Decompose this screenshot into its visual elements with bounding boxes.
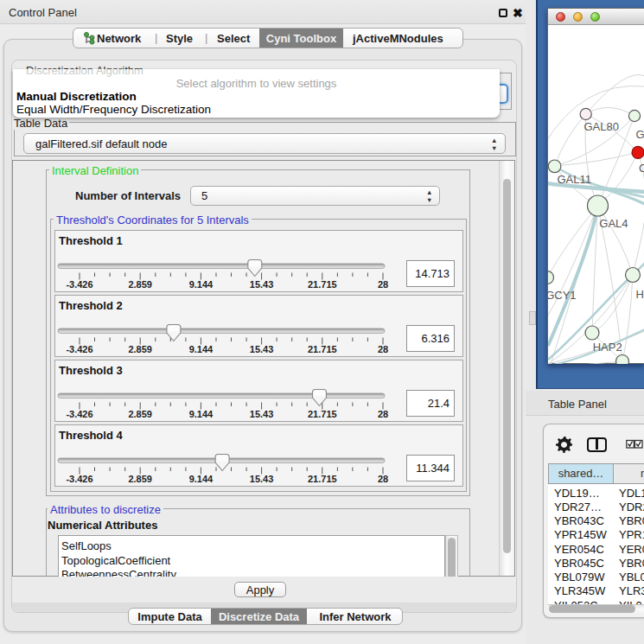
svg-text:-3.426: -3.426 — [66, 344, 92, 354]
svg-text:-3.426: -3.426 — [66, 279, 92, 290]
svg-text:GAL4: GAL4 — [599, 217, 628, 230]
svg-text:9.144: 9.144 — [189, 279, 214, 290]
svg-text:28: 28 — [378, 474, 388, 484]
svg-text:2.859: 2.859 — [128, 409, 152, 419]
svg-text:GCY1: GCY1 — [548, 289, 577, 302]
svg-text:-3.426: -3.426 — [66, 409, 92, 419]
svg-text:21.715: 21.715 — [308, 279, 337, 290]
svg-text:2.859: 2.859 — [128, 474, 152, 484]
svg-text:GAL11: GAL11 — [558, 173, 592, 186]
svg-text:15.43: 15.43 — [250, 474, 274, 484]
svg-text:28: 28 — [378, 409, 388, 419]
svg-text:28: 28 — [378, 344, 388, 354]
svg-text:21.715: 21.715 — [308, 344, 337, 354]
svg-text:GA: GA — [635, 128, 644, 141]
svg-text:21.715: 21.715 — [308, 409, 337, 419]
svg-text:28: 28 — [378, 279, 388, 290]
svg-text:21.715: 21.715 — [308, 474, 337, 484]
svg-text:2.859: 2.859 — [128, 344, 152, 354]
svg-text:9.144: 9.144 — [189, 474, 214, 484]
svg-text:GAL80: GAL80 — [584, 120, 619, 133]
svg-text:9.144: 9.144 — [189, 344, 214, 354]
svg-text:HAP2: HAP2 — [593, 341, 622, 354]
svg-text:2.859: 2.859 — [128, 279, 152, 290]
svg-text:C: C — [639, 162, 644, 175]
svg-text:15.43: 15.43 — [250, 409, 274, 419]
svg-text:9.144: 9.144 — [189, 409, 214, 419]
svg-text:-3.426: -3.426 — [66, 474, 92, 484]
svg-text:H: H — [635, 288, 643, 301]
svg-text:15.43: 15.43 — [250, 344, 274, 354]
svg-text:15.43: 15.43 — [250, 279, 274, 290]
